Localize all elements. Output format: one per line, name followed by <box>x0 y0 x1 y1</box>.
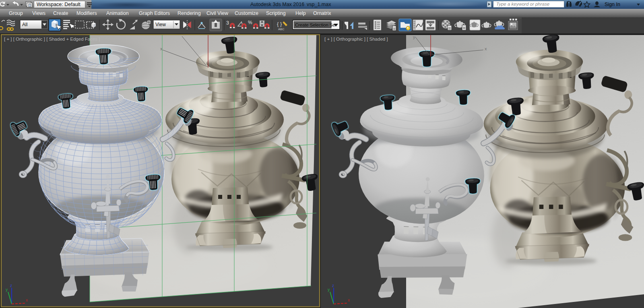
svg-text:x: x <box>348 298 350 302</box>
svg-text:y: y <box>328 287 330 292</box>
svg-text:y: y <box>6 287 8 292</box>
svg-text:x: x <box>485 46 487 51</box>
svg-text:View: View <box>155 22 166 27</box>
svg-text:z: z <box>332 283 334 288</box>
svg-text:Create Selection Se: Create Selection Se <box>295 23 335 27</box>
svg-text:3: 3 <box>226 20 229 26</box>
svg-text:z: z <box>10 283 12 288</box>
svg-text:[ + ] [ Orthographic ] [ Shade: [ + ] [ Orthographic ] [ Shaded + Edged … <box>4 37 100 41</box>
svg-text:[ + ] [ Orthographic ] [ Shade: [ + ] [ Orthographic ] [ Shaded ] <box>324 37 388 41</box>
svg-text:y: y <box>413 35 415 39</box>
svg-text:ABC: ABC <box>278 27 285 31</box>
svg-text:%: % <box>248 20 252 25</box>
svg-text:All: All <box>22 22 27 27</box>
svg-text:x: x <box>160 46 163 51</box>
svg-text:x: x <box>26 298 28 302</box>
svg-text:{ }: { } <box>277 21 282 27</box>
